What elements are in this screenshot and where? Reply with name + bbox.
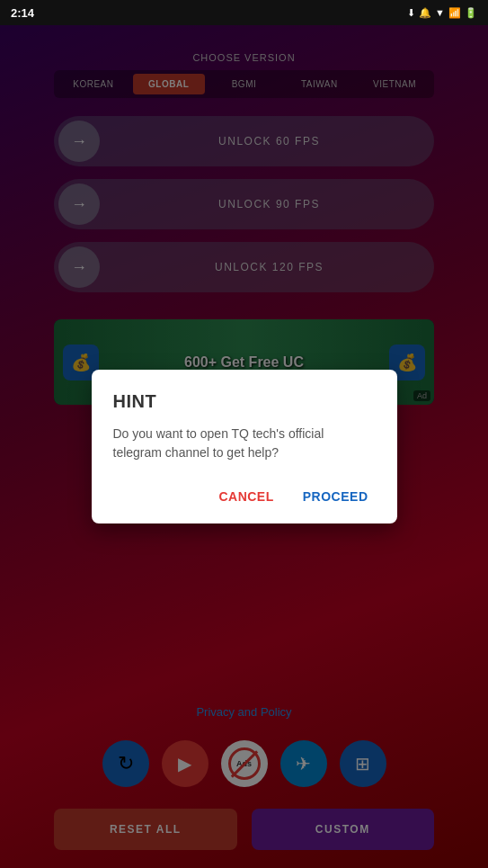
dialog-overlay: HINT Do you want to open TQ tech's offic… [0,25,488,868]
proceed-button[interactable]: PROCEED [296,484,376,509]
status-icons: ⬇ 🔔 ▼ 📶 🔋 [407,7,477,19]
download-icon: ⬇ [407,7,415,19]
dialog-actions: CANCEL PROCEED [113,484,376,509]
dialog-body: Do you want to open TQ tech's official t… [113,425,376,462]
battery-icon: 🔋 [465,7,477,19]
signal-icon: 📶 [448,7,461,19]
status-time: 2:14 [11,6,34,20]
hint-dialog: HINT Do you want to open TQ tech's offic… [92,370,397,523]
status-bar: 2:14 ⬇ 🔔 ▼ 📶 🔋 [0,0,488,25]
wifi-icon: ▼ [435,7,445,18]
notification-icon: 🔔 [419,7,431,19]
main-content: CHOOSE VERSION KOREAN GLOBAL BGMI TAIWAN… [0,25,488,868]
cancel-button[interactable]: CANCEL [211,484,280,509]
dialog-title: HINT [113,391,376,412]
